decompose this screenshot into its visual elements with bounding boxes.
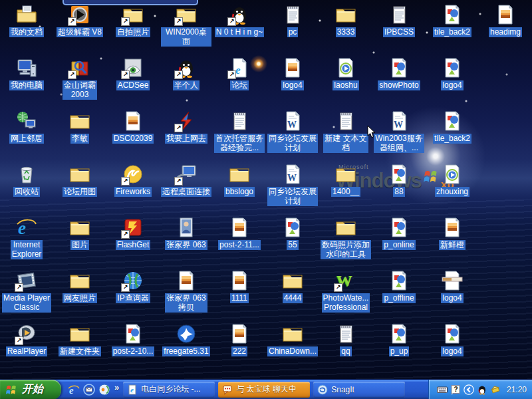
desktop-icon[interactable]: 网友照片: [55, 270, 105, 303]
tray-qq-icon[interactable]: [477, 384, 487, 395]
desktop-icon[interactable]: 我的文档: [1, 4, 52, 37]
desktop-icon[interactable]: bbslogo: [214, 164, 265, 197]
desktop-icon[interactable]: ↗ACDSee: [108, 57, 158, 90]
desktop-icon[interactable]: p_offline: [374, 270, 424, 303]
desktop-icon[interactable]: ↗超级解霸 V8: [55, 4, 105, 37]
desktop-icon[interactable]: ChinaDown...: [267, 323, 318, 356]
desktop-icon[interactable]: zhouxing: [427, 164, 477, 197]
desktop-icon[interactable]: ↗我要上网去: [161, 110, 211, 144]
desktop-icon[interactable]: WW↗PhotoWate... Professional: [321, 270, 371, 313]
desktop-icon[interactable]: 55: [267, 217, 318, 250]
desktop-icon[interactable]: ↗WIN2000桌面: [161, 4, 211, 47]
desktop-icon[interactable]: qq: [321, 323, 371, 356]
superplayer-icon: ↗: [69, 4, 90, 25]
desktop-icon-label: logo4: [441, 293, 463, 303]
desktop-icon[interactable]: W同乡论坛发展 计划: [267, 164, 318, 206]
desktop-icon[interactable]: logo4: [267, 57, 318, 90]
folder-icon: [69, 270, 90, 291]
desktop-icon[interactable]: 论坛用图: [55, 164, 105, 197]
desktop-icon[interactable]: 图片: [55, 217, 105, 250]
desktop-icon[interactable]: headimg: [480, 4, 531, 37]
tray-gold-badge-icon[interactable]: [490, 384, 501, 395]
desktop-icon[interactable]: 首次托管服务 器经验完...: [214, 110, 265, 153]
desktop-icon[interactable]: ↗金山词霸 2003: [55, 57, 105, 100]
desktop-icon[interactable]: IPBCSS: [374, 4, 424, 37]
desktop-icon[interactable]: 新建文件夹: [55, 323, 105, 356]
desktop-icon[interactable]: laoshu: [321, 57, 371, 90]
taskbar: 开始 e » e电白同乡论坛 -...与 太宝球 聊天中SnagIt ? 21:…: [0, 379, 532, 399]
desktop-icon[interactable]: 1400__: [321, 164, 371, 197]
desktop-icon[interactable]: post-2-10...: [108, 323, 158, 356]
desktop-icon[interactable]: 1111: [214, 270, 265, 303]
svg-text:W: W: [287, 173, 297, 183]
desktop-icon[interactable]: 回收站: [1, 164, 52, 197]
desktop-icon[interactable]: tile_back2: [427, 4, 477, 37]
desktop-icon[interactable]: 网上邻居: [1, 110, 52, 144]
desktop-icon[interactable]: p_up: [374, 323, 424, 356]
taskbar-button[interactable]: 与 太宝球 聊天中: [218, 382, 310, 398]
imgfile-icon: [442, 4, 463, 25]
tray-keyboard-icon[interactable]: [437, 384, 448, 395]
my-computer-icon: [16, 57, 37, 78]
desktop-icon[interactable]: logo4: [427, 270, 477, 303]
desktop-icon[interactable]: e↗论坛: [214, 57, 265, 90]
desktop-icon[interactable]: 张家界 063 拷贝: [161, 270, 211, 313]
quick-launch-windows-media-player-icon[interactable]: [98, 384, 110, 396]
desktop-icon[interactable]: ↗Fireworks: [108, 164, 158, 197]
desktop-icon-label: 网友照片: [63, 293, 97, 303]
desktop-icon[interactable]: ↗远程桌面连接: [161, 164, 211, 197]
desktop-icon[interactable]: 李敏: [55, 110, 105, 144]
desktop-icon-label: 88: [393, 187, 404, 197]
dictionary-icon: ↗: [69, 57, 90, 78]
taskbar-button[interactable]: e电白同乡论坛 -...: [123, 382, 215, 398]
desktop-icon[interactable]: logo4: [427, 57, 477, 90]
desktop-icon[interactable]: ↗N 0 t H i n g~: [214, 4, 265, 37]
desktop-icon[interactable]: DSC02039: [108, 110, 158, 144]
desktop-icon[interactable]: ↗RealPlayer: [1, 323, 52, 356]
desktop-icon[interactable]: 我的电脑: [1, 57, 52, 90]
desktop-icon[interactable]: logo4: [427, 323, 477, 356]
desktop-icon[interactable]: 4444: [267, 270, 318, 303]
desktop-icon[interactable]: 3333: [321, 4, 371, 37]
start-button[interactable]: 开始: [0, 380, 61, 399]
desktop-icon[interactable]: ↗自拍照片: [108, 4, 158, 37]
imgfile-icon: [388, 57, 410, 78]
desktop-icon[interactable]: 数码照片添加 水印的工具: [321, 217, 371, 259]
desktop-icon[interactable]: 新鲜橙: [427, 217, 477, 250]
svg-text:W: W: [287, 120, 297, 130]
taskbar-button[interactable]: SnagIt: [313, 382, 405, 398]
desktop-icon[interactable]: pc: [267, 4, 318, 37]
imgfile-icon: [282, 217, 303, 238]
desktop-icon-label: 同乡论坛发展 计划: [267, 187, 318, 206]
desktop-icon[interactable]: showPhoto: [374, 57, 424, 90]
desktop-icon[interactable]: WWin2003服务 器组网、...: [374, 110, 424, 153]
desktop-icon[interactable]: freegate5.31: [161, 323, 211, 356]
desktop-icon-label: 我的文档: [9, 27, 44, 37]
quick-launch-outlook-express-icon[interactable]: [83, 384, 95, 396]
tray-collapse-chevron-icon[interactable]: [464, 384, 474, 395]
desktop-icon-label: 我要上网去: [165, 134, 207, 144]
acdsee-icon: ↗: [122, 57, 144, 78]
svg-text:?: ?: [454, 386, 458, 393]
desktop-icon[interactable]: 88: [374, 164, 424, 197]
desktop-icon[interactable]: p_online: [374, 217, 424, 250]
desktop-icon[interactable]: ↗IP查询器: [108, 270, 158, 303]
desktop-icon[interactable]: ↗FlashGet: [108, 217, 158, 250]
tray-input-help-icon[interactable]: ?: [450, 384, 461, 395]
desktop-icon-label: RealPlayer: [6, 346, 48, 356]
desktop-icon[interactable]: eInternet Explorer: [1, 217, 52, 259]
desktop-icon[interactable]: tile_back2: [427, 110, 477, 144]
desktop-wallpaper[interactable]: Microsoft Windows xp 我的文档↗超级解霸 V8↗自拍照片↗W…: [0, 0, 532, 379]
desktop-icon-label: logo4: [441, 80, 463, 90]
desktop-icon[interactable]: 新建 文本文 档: [321, 110, 371, 153]
desktop-icon[interactable]: W同乡论坛发展 计划: [267, 110, 318, 153]
desktop-icon[interactable]: ↗半个人: [161, 57, 211, 90]
desktop-icon[interactable]: 张家界 063: [161, 217, 211, 250]
desktop-icon[interactable]: 222: [214, 323, 265, 356]
quick-launch-overflow-chevron[interactable]: »: [114, 382, 119, 392]
desktop-icon-label: 1400__: [331, 187, 360, 197]
quick-launch-internet-explorer-icon[interactable]: e: [68, 384, 80, 396]
desktop-icon-label: DSC02039: [112, 134, 154, 144]
desktop-icon[interactable]: post-2-11...: [214, 217, 265, 250]
desktop-icon[interactable]: ↗Media Player Classic: [1, 270, 52, 313]
